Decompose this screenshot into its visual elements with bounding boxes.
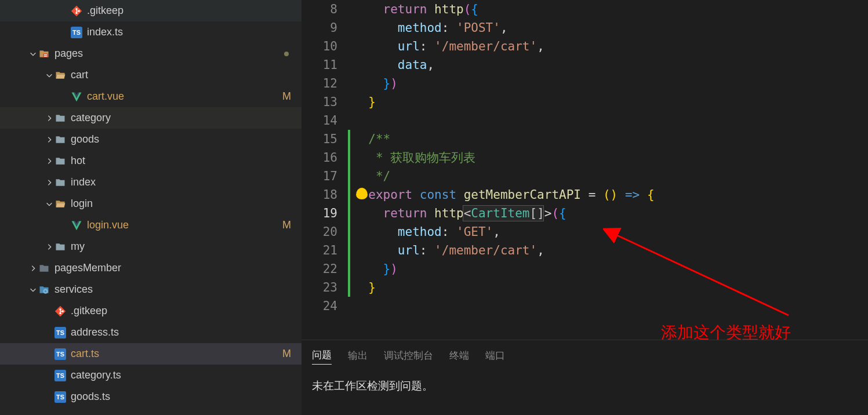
vue-icon xyxy=(71,220,82,231)
code-line-17[interactable]: */ xyxy=(348,167,868,185)
svg-text:TS: TS xyxy=(56,329,64,336)
file-item-goods-ts[interactable]: TSgoods.ts xyxy=(0,386,302,407)
git-icon xyxy=(71,5,82,17)
file-item-cart-ts[interactable]: TScart.tsM xyxy=(0,343,302,365)
chevron-down-icon[interactable] xyxy=(44,70,55,81)
folder-open-icon xyxy=(55,70,66,81)
line-number: 12 xyxy=(302,74,337,93)
folder-item-services[interactable]: services xyxy=(0,279,302,300)
panel-tab-0[interactable]: 问题 xyxy=(312,346,332,365)
file-item-index-ts[interactable]: TSindex.ts xyxy=(0,21,302,43)
line-number: 11 xyxy=(302,56,337,74)
folder-item-pagesMember[interactable]: pagesMember xyxy=(0,257,302,279)
code-line-14[interactable] xyxy=(348,111,868,130)
git-icon xyxy=(55,305,66,317)
code-line-9[interactable]: method: 'POST', xyxy=(348,19,868,37)
file-item--gitkeep[interactable]: .gitkeep xyxy=(0,0,302,21)
bottom-panel[interactable]: 问题输出调试控制台终端端口 未在工作区检测到问题。 xyxy=(302,340,868,415)
special-folder-icon xyxy=(38,48,50,60)
code-line-19[interactable]: return http<CartItem[]>({ xyxy=(348,204,868,223)
chevron-right-icon[interactable] xyxy=(44,177,55,188)
chevron-right-icon[interactable] xyxy=(44,156,55,166)
line-number: 20 xyxy=(302,223,337,241)
file-item-cart-vue[interactable]: cart.vueM xyxy=(0,86,302,107)
file-label: login xyxy=(71,198,93,210)
services-folder-icon xyxy=(38,284,50,296)
chevron-right-icon[interactable] xyxy=(44,113,55,123)
file-label: index xyxy=(71,176,96,188)
file-label: pagesMember xyxy=(55,262,121,274)
file-label: category xyxy=(71,112,111,124)
folder-item-cart[interactable]: cart xyxy=(0,64,302,86)
code-content[interactable]: return http({ method: 'POST', url: '/mem… xyxy=(348,0,868,340)
file-label: services xyxy=(55,283,93,296)
file-label: category.ts xyxy=(71,369,121,381)
folder-item-goods[interactable]: goods xyxy=(0,129,302,150)
file-label: .gitkeep xyxy=(87,5,124,17)
annotation-text: 添加这个类型就好 xyxy=(661,323,791,340)
folder-icon xyxy=(55,155,66,167)
lightbulb-icon[interactable] xyxy=(356,188,368,199)
file-item-category-ts[interactable]: TScategory.ts xyxy=(0,365,302,386)
ts-icon: TS xyxy=(55,391,66,403)
line-number: 14 xyxy=(302,111,337,130)
code-line-16[interactable]: * 获取购物车列表 xyxy=(348,148,868,167)
file-label: cart.ts xyxy=(71,348,99,360)
code-line-12[interactable]: }) xyxy=(348,74,868,93)
svg-text:TS: TS xyxy=(72,29,81,36)
folder-item-category[interactable]: category xyxy=(0,107,302,129)
code-line-15[interactable]: /** xyxy=(348,130,868,148)
panel-tab-1[interactable]: 输出 xyxy=(348,347,368,365)
file-label: goods xyxy=(71,133,99,145)
panel-tab-3[interactable]: 终端 xyxy=(449,347,469,365)
line-number: 13 xyxy=(302,93,337,111)
line-number: 10 xyxy=(302,37,337,56)
chevron-right-icon[interactable] xyxy=(44,134,55,145)
svg-text:TS: TS xyxy=(56,351,64,358)
code-line-13[interactable]: } xyxy=(348,93,868,111)
git-modified-badge: M xyxy=(282,219,291,231)
vue-icon xyxy=(71,91,82,103)
selection-highlight xyxy=(463,205,544,221)
chevron-down-icon[interactable] xyxy=(28,285,38,295)
panel-tab-4[interactable]: 端口 xyxy=(485,347,505,365)
file-item--gitkeep[interactable]: .gitkeep xyxy=(0,300,302,322)
explorer-panel[interactable]: .gitkeepTSindex.tspagescartcart.vueMcate… xyxy=(0,0,302,415)
file-label: cart.vue xyxy=(87,90,124,103)
folder-item-index[interactable]: index xyxy=(0,172,302,193)
line-gutter: 89101112131415161718192021222324 xyxy=(302,0,348,340)
code-line-18[interactable]: export const getMemberCartAPI = () => { xyxy=(348,185,868,204)
editor-area: 89101112131415161718192021222324 return … xyxy=(302,0,868,415)
annotation-arrow-icon xyxy=(603,223,800,327)
svg-text:TS: TS xyxy=(56,372,64,379)
line-number: 15 xyxy=(302,130,337,148)
chevron-right-icon[interactable] xyxy=(44,242,55,252)
file-label: goods.ts xyxy=(71,391,110,403)
line-number: 17 xyxy=(302,167,337,185)
file-item-login-vue[interactable]: login.vueM xyxy=(0,214,302,236)
code-line-8[interactable]: return http({ xyxy=(348,0,868,19)
code-line-11[interactable]: data, xyxy=(348,56,868,74)
ts-icon: TS xyxy=(55,348,66,360)
file-item-address-ts[interactable]: TSaddress.ts xyxy=(0,322,302,343)
code-line-10[interactable]: url: '/member/cart', xyxy=(348,37,868,56)
chevron-right-icon[interactable] xyxy=(28,263,38,274)
ts-icon: TS xyxy=(71,27,82,38)
folder-item-my[interactable]: my xyxy=(0,236,302,257)
folder-item-hot[interactable]: hot xyxy=(0,150,302,172)
folder-item-login[interactable]: login xyxy=(0,193,302,214)
panel-tab-2[interactable]: 调试控制台 xyxy=(384,347,433,365)
file-label: .gitkeep xyxy=(71,305,107,317)
line-number: 24 xyxy=(302,297,337,315)
code-editor[interactable]: 89101112131415161718192021222324 return … xyxy=(302,0,868,340)
panel-tab-list[interactable]: 问题输出调试控制台终端端口 xyxy=(302,340,868,370)
chevron-down-icon[interactable] xyxy=(44,199,55,209)
folder-dim-icon xyxy=(38,263,50,274)
svg-rect-5 xyxy=(43,53,48,57)
git-modified-badge: M xyxy=(282,348,291,360)
file-label: address.ts xyxy=(71,326,119,338)
chevron-down-icon[interactable] xyxy=(28,49,38,59)
folder-item-pages[interactable]: pages xyxy=(0,43,302,64)
ts-icon: TS xyxy=(55,370,66,381)
svg-point-9 xyxy=(45,290,46,292)
